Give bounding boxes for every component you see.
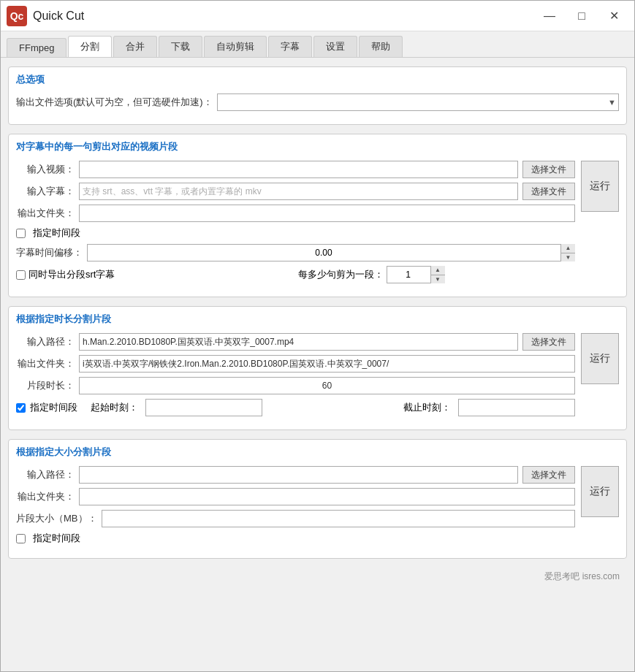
- duration-duration-row: 片段时长：: [16, 377, 575, 394]
- output-options-row: 输出文件选项(默认可为空，但可选硬件加速)： ▼: [16, 93, 619, 111]
- subtitle-subtitle-select-button[interactable]: 选择文件: [522, 183, 575, 200]
- duration-split-body: 输入路径： 选择文件 输出文件夹： 片段时长：: [16, 333, 619, 421]
- subtitle-time-offset-label: 字幕时间偏移：: [16, 246, 83, 259]
- size-segment-size-input[interactable]: [102, 510, 576, 527]
- subtitle-cut-title: 对字幕中的每一句剪出对应的视频片段: [16, 140, 619, 155]
- duration-specify-time-checkbox[interactable]: [16, 403, 26, 413]
- subtitle-time-offset-up[interactable]: ▲: [561, 244, 575, 253]
- watermark: 爱思考吧 isres.com: [8, 568, 627, 587]
- output-options-wrapper: ▼: [217, 93, 619, 111]
- subtitle-sentences-label: 每多少句剪为一段：: [298, 268, 384, 281]
- size-segment-size-label: 片段大小（MB）：: [16, 512, 97, 525]
- size-run-button[interactable]: 运行: [581, 466, 619, 517]
- size-output-row: 输出文件夹：: [16, 488, 575, 505]
- close-button[interactable]: ✕: [599, 6, 628, 26]
- subtitle-sentences-up[interactable]: ▲: [431, 266, 445, 275]
- subtitle-time-offset-input[interactable]: [87, 244, 575, 261]
- duration-input-path-input[interactable]: [79, 333, 518, 351]
- duration-split-section: 根据指定时长分割片段 输入路径： 选择文件 输出文件夹：: [8, 306, 627, 430]
- duration-duration-label: 片段时长：: [16, 379, 75, 392]
- watermark-text: 爱思考吧 isres.com: [544, 571, 620, 581]
- tab-subtitle[interactable]: 字幕: [268, 36, 312, 57]
- app-icon: Qc: [7, 6, 27, 26]
- duration-output-row: 输出文件夹：: [16, 355, 575, 373]
- subtitle-video-row: 输入视频： 选择文件: [16, 161, 575, 178]
- subtitle-output-folder-input[interactable]: [79, 205, 575, 222]
- subtitle-output-folder-row: 输出文件夹：: [16, 205, 575, 222]
- general-section: 总选项 输出文件选项(默认可为空，但可选硬件加速)： ▼: [8, 66, 627, 125]
- tab-autoedit[interactable]: 自动剪辑: [204, 36, 267, 57]
- duration-input-row: 输入路径： 选择文件: [16, 333, 575, 351]
- duration-output-input[interactable]: [79, 355, 575, 373]
- duration-duration-input[interactable]: [79, 377, 575, 394]
- general-section-title: 总选项: [16, 73, 619, 88]
- subtitle-video-label: 输入视频：: [16, 163, 75, 176]
- size-specify-time-row: 指定时间段: [16, 532, 575, 545]
- duration-input-label: 输入路径：: [16, 335, 75, 348]
- subtitle-export-srt-group: 同时导出分段srt字幕: [16, 268, 294, 281]
- subtitle-specify-time-label: 指定时间段: [33, 226, 80, 240]
- subtitle-time-offset-down[interactable]: ▼: [561, 253, 575, 262]
- maximize-button[interactable]: □: [567, 6, 596, 26]
- size-select-file-button[interactable]: 选择文件: [522, 466, 575, 484]
- size-split-section: 根据指定大小分割片段 输入路径： 选择文件 输出文件夹：: [8, 439, 627, 559]
- size-input-label: 输入路径：: [16, 468, 75, 481]
- output-options-label: 输出文件选项(默认可为空，但可选硬件加速)：: [16, 96, 213, 109]
- subtitle-time-offset-spinbtns: ▲ ▼: [560, 244, 575, 261]
- subtitle-time-offset-row: 字幕时间偏移： ▲ ▼: [16, 244, 575, 261]
- title-bar: Qc Quick Cut — □ ✕: [1, 1, 634, 31]
- size-segment-size-row: 片段大小（MB）：: [16, 510, 575, 527]
- output-options-select[interactable]: [217, 93, 619, 111]
- subtitle-cut-section: 对字幕中的每一句剪出对应的视频片段 输入视频： 选择文件 输入字幕： 选择文件: [8, 134, 627, 297]
- tab-settings[interactable]: 设置: [313, 36, 357, 57]
- size-output-input[interactable]: [79, 488, 575, 505]
- subtitle-export-sentences-row: 同时导出分段srt字幕 每多少句剪为一段： ▲ ▼: [16, 266, 575, 283]
- duration-end-time-input[interactable]: [458, 399, 575, 416]
- subtitle-output-folder-label: 输出文件夹：: [16, 207, 75, 220]
- app-window: Qc Quick Cut — □ ✕ FFmpeg 分割 合并 下载 自动剪辑 …: [0, 0, 635, 672]
- subtitle-video-input[interactable]: [79, 161, 518, 178]
- subtitle-subtitle-label: 输入字幕：: [16, 185, 75, 198]
- tab-help[interactable]: 帮助: [359, 36, 403, 57]
- size-split-body: 输入路径： 选择文件 输出文件夹： 片段大小（MB）：: [16, 466, 619, 549]
- tab-split[interactable]: 分割: [68, 36, 112, 57]
- subtitle-run-button[interactable]: 运行: [581, 161, 619, 212]
- duration-output-label: 输出文件夹：: [16, 357, 75, 370]
- subtitle-sentences-down[interactable]: ▼: [431, 275, 445, 284]
- tab-download[interactable]: 下载: [159, 36, 202, 57]
- minimize-button[interactable]: —: [535, 6, 564, 26]
- subtitle-time-offset-spinner: ▲ ▼: [87, 244, 575, 261]
- duration-time-range-row: 指定时间段 起始时刻： 截止时刻：: [16, 399, 575, 416]
- size-input-path-input[interactable]: [79, 466, 518, 484]
- subtitle-export-srt-checkbox[interactable]: [16, 270, 26, 280]
- duration-start-time-label: 起始时刻：: [91, 401, 138, 414]
- tab-bar: FFmpeg 分割 合并 下载 自动剪辑 字幕 设置 帮助: [1, 31, 634, 58]
- duration-split-title: 根据指定时长分割片段: [16, 313, 619, 327]
- duration-specify-time-label: 指定时间段: [30, 401, 77, 414]
- size-output-label: 输出文件夹：: [16, 490, 75, 503]
- subtitle-sentences-group: 每多少句剪为一段： ▲ ▼: [298, 266, 576, 283]
- tab-merge[interactable]: 合并: [113, 36, 157, 57]
- subtitle-specify-time-checkbox[interactable]: [16, 229, 26, 238]
- size-specify-time-label: 指定时间段: [33, 532, 80, 545]
- subtitle-subtitle-row: 输入字幕： 选择文件: [16, 183, 575, 200]
- size-split-title: 根据指定大小分割片段: [16, 446, 619, 460]
- duration-run-button[interactable]: 运行: [581, 333, 619, 384]
- size-specify-time-checkbox[interactable]: [16, 534, 26, 543]
- duration-split-fields: 输入路径： 选择文件 输出文件夹： 片段时长：: [16, 333, 575, 421]
- window-controls: — □ ✕: [535, 6, 628, 26]
- main-content: 总选项 输出文件选项(默认可为空，但可选硬件加速)： ▼ 对字幕中的每一句剪出对…: [1, 58, 634, 671]
- subtitle-sentences-spinbtns: ▲ ▼: [430, 266, 445, 283]
- size-split-fields: 输入路径： 选择文件 输出文件夹： 片段大小（MB）：: [16, 466, 575, 549]
- subtitle-export-srt-label: 同时导出分段srt字幕: [28, 268, 115, 281]
- subtitle-specify-time-row: 指定时间段: [16, 226, 575, 240]
- subtitle-subtitle-input[interactable]: [79, 183, 518, 200]
- duration-start-time-input[interactable]: [145, 399, 262, 416]
- subtitle-cut-fields: 输入视频： 选择文件 输入字幕： 选择文件 输出文件夹：: [16, 161, 575, 288]
- subtitle-video-select-button[interactable]: 选择文件: [522, 161, 575, 178]
- tab-ffmpeg[interactable]: FFmpeg: [7, 38, 66, 57]
- subtitle-cut-body: 输入视频： 选择文件 输入字幕： 选择文件 输出文件夹：: [16, 161, 619, 288]
- duration-select-file-button[interactable]: 选择文件: [522, 333, 575, 351]
- size-input-row: 输入路径： 选择文件: [16, 466, 575, 484]
- window-title: Quick Cut: [33, 9, 535, 23]
